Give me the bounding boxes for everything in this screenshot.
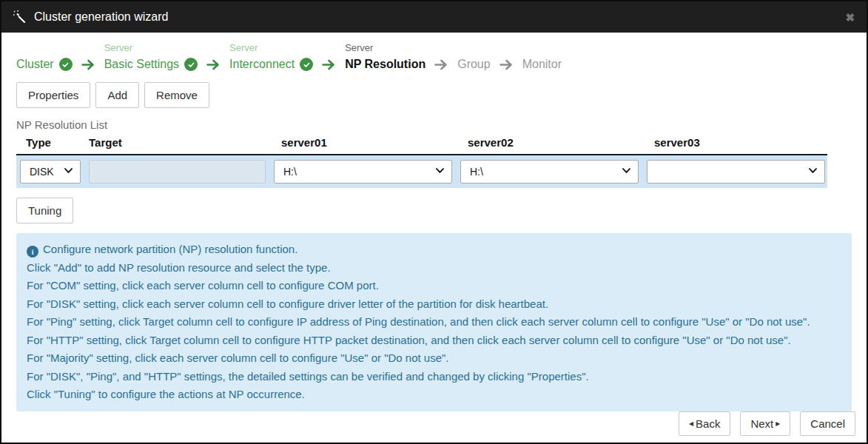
step-np-resolution: Server NP Resolution xyxy=(345,42,425,72)
chevron-down-icon xyxy=(435,166,445,178)
info-line: Click "Add" to add NP resolution resourc… xyxy=(27,259,841,278)
next-arrow-icon: ▸ xyxy=(776,419,780,428)
toolbar: Properties Add Remove xyxy=(1,72,867,108)
server02-select-value: H:\ xyxy=(470,166,483,178)
back-arrow-icon: ◂ xyxy=(689,419,693,428)
info-line: For "HTTP" setting, click Target column … xyxy=(27,332,841,350)
chevron-down-icon xyxy=(622,166,631,178)
step-label: Interconnect xyxy=(229,57,295,72)
column-header-server03: server03 xyxy=(643,136,827,149)
properties-button[interactable]: Properties xyxy=(16,82,90,108)
step-label: Group xyxy=(457,57,490,72)
arrow-right-icon xyxy=(322,59,336,70)
chevron-down-icon xyxy=(64,166,73,178)
np-resolution-list-caption: NP Resolution List xyxy=(1,108,867,136)
arrow-right-icon xyxy=(434,59,448,70)
wizard-steps: Cluster Server Basic Settings Server Int… xyxy=(1,33,867,72)
step-cluster[interactable]: Cluster xyxy=(16,42,73,72)
step-superlabel xyxy=(522,42,562,55)
step-label: Basic Settings xyxy=(104,57,179,72)
magic-wand-icon xyxy=(13,10,27,24)
check-circle-icon xyxy=(300,58,313,71)
step-label: NP Resolution xyxy=(345,57,425,72)
column-header-server02: server02 xyxy=(457,136,643,149)
check-circle-icon xyxy=(184,58,198,71)
np-resolution-table: Type Target server01 server02 server03 D… xyxy=(16,136,827,188)
type-select[interactable]: DISK xyxy=(20,160,81,184)
step-superlabel xyxy=(457,42,490,55)
add-button[interactable]: Add xyxy=(95,82,139,108)
next-button-label: Next xyxy=(750,417,773,430)
step-superlabel: Server xyxy=(104,42,198,55)
check-circle-icon xyxy=(59,58,73,71)
server02-select[interactable]: H:\ xyxy=(460,160,639,184)
column-header-target: Target xyxy=(85,136,270,149)
step-interconnect[interactable]: Server Interconnect xyxy=(229,42,313,72)
cancel-button[interactable]: Cancel xyxy=(800,411,855,436)
table-row: DISK H:\ H:\ xyxy=(16,155,827,188)
step-basic-settings[interactable]: Server Basic Settings xyxy=(104,42,198,72)
info-line: Click "Tuning" to configure the actions … xyxy=(27,386,841,404)
column-header-type: Type xyxy=(16,136,85,149)
arrow-right-icon xyxy=(499,59,514,70)
back-button-label: Back xyxy=(696,417,720,430)
server01-select-value: H:\ xyxy=(283,166,297,178)
footer: ◂ Back Next ▸ Cancel xyxy=(1,411,867,444)
type-select-value: DISK xyxy=(30,166,54,178)
info-line: For "Ping" setting, click Target column … xyxy=(27,313,841,332)
server01-select[interactable]: H:\ xyxy=(274,160,452,184)
target-input[interactable] xyxy=(89,160,266,184)
tuning-button[interactable]: Tuning xyxy=(16,198,73,223)
back-button[interactable]: ◂ Back xyxy=(679,411,730,436)
dialog-title: Cluster generation wizard xyxy=(34,10,168,24)
step-label: Cluster xyxy=(16,57,54,72)
close-icon[interactable]: ✖ xyxy=(845,12,855,23)
info-icon: i xyxy=(27,246,38,258)
arrow-right-icon xyxy=(81,59,95,70)
server03-select[interactable] xyxy=(647,160,825,184)
info-line: For "DISK" setting, click each server co… xyxy=(27,295,841,314)
chevron-down-icon xyxy=(808,166,818,178)
step-superlabel xyxy=(16,42,73,55)
column-header-server01: server01 xyxy=(270,136,457,149)
info-line: For "Majority" setting, click each serve… xyxy=(27,349,841,368)
info-box: iConfigure network partition (NP) resolu… xyxy=(16,233,852,411)
next-button[interactable]: Next ▸ xyxy=(740,411,790,436)
cluster-generation-wizard-dialog: Cluster generation wizard ✖ Cluster Serv… xyxy=(0,0,868,444)
step-label: Monitor xyxy=(522,57,562,72)
info-line: For "COM" setting, click each server col… xyxy=(27,277,841,295)
title-bar: Cluster generation wizard ✖ xyxy=(1,1,867,33)
step-superlabel: Server xyxy=(229,42,313,55)
info-line: For "DISK", "Ping", and "HTTP" settings,… xyxy=(27,368,841,386)
step-group: Group xyxy=(457,42,490,72)
info-line: Configure network partition (NP) resolut… xyxy=(43,243,297,255)
table-header-row: Type Target server01 server02 server03 xyxy=(16,136,827,155)
arrow-right-icon xyxy=(206,59,221,70)
remove-button[interactable]: Remove xyxy=(144,82,209,108)
step-monitor: Monitor xyxy=(522,42,562,72)
step-superlabel: Server xyxy=(345,42,425,55)
